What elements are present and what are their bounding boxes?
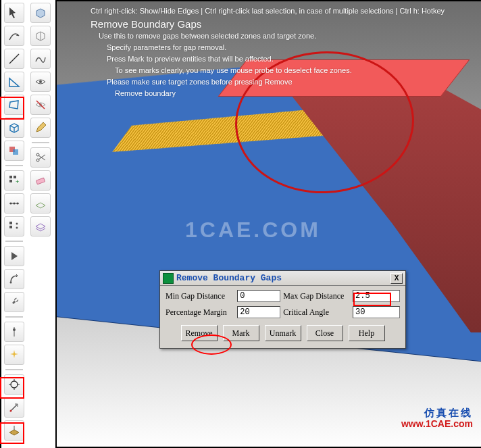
viewport-3d[interactable]: Ctrl right-click: Show/Hide Edges | Ctrl…	[55, 0, 481, 448]
svg-line-27	[36, 101, 45, 109]
tool-pivot[interactable]	[4, 269, 24, 289]
tool-box[interactable]	[4, 118, 24, 138]
tool-grid-add[interactable]: +	[4, 170, 24, 191]
svg-point-15	[10, 282, 12, 284]
dialog-close-button[interactable]: X	[390, 273, 403, 284]
help-line: Specify parameters for gap removal.	[91, 42, 445, 53]
tool-path-icon[interactable]	[30, 49, 51, 69]
svg-rect-3	[9, 176, 12, 178]
min-gap-input[interactable]	[237, 290, 280, 302]
tool-eye-icon[interactable]	[30, 72, 51, 92]
tool-wrench[interactable]	[4, 292, 24, 312]
tool-layer-icon[interactable]	[30, 216, 51, 237]
toolbar-separator	[5, 369, 23, 370]
svg-point-17	[13, 328, 16, 331]
tool-arrow-dot[interactable]	[4, 397, 24, 418]
help-button[interactable]: Help	[349, 325, 385, 341]
tool-line[interactable]	[4, 49, 24, 69]
dialog-titlebar[interactable]: Remove Boundary Gaps X	[160, 271, 405, 286]
close-button[interactable]: Close	[307, 325, 343, 341]
tool-triangle[interactable]	[4, 72, 24, 92]
percent-input[interactable]	[237, 306, 280, 318]
help-line: To see marks clearly, you may use mouse …	[91, 65, 445, 76]
svg-point-13	[16, 223, 18, 225]
svg-rect-2	[13, 149, 18, 155]
remove-button[interactable]: Remove	[181, 325, 218, 341]
svg-line-31	[39, 155, 45, 159]
svg-rect-32	[36, 178, 45, 184]
watermark-bottom: 仿真在线 www.1CAE.com	[401, 407, 473, 429]
toolbar-column-1: +	[1, 0, 27, 448]
percent-label: Percentage Margin	[166, 307, 234, 318]
angle-input[interactable]	[353, 306, 400, 318]
svg-point-25	[39, 80, 42, 83]
tool-plane-icon[interactable]	[30, 193, 51, 214]
tool-faces[interactable]	[4, 141, 24, 161]
toolbar-separator	[32, 142, 49, 143]
hint-line: Ctrl right-click: Show/Hide Edges | Ctrl…	[91, 5, 445, 17]
svg-line-30	[39, 155, 45, 160]
tool-pencil-icon[interactable]	[30, 118, 51, 138]
toolbar-separator	[5, 241, 23, 242]
viewport-help-text: Ctrl right-click: Show/Hide Edges | Ctrl…	[91, 5, 445, 99]
help-line: Remove boundary	[91, 88, 445, 99]
angle-label: Critical Angle	[283, 307, 350, 318]
tool-play[interactable]	[4, 246, 24, 266]
watermark: 1CAE.COM	[185, 218, 321, 243]
watermark-cn: 仿真在线	[401, 407, 473, 418]
tool-eye-slash-icon[interactable]	[30, 95, 51, 115]
tool-spark[interactable]	[4, 345, 24, 365]
help-line: Press Mark to preview entities that will…	[91, 53, 445, 65]
dialog-title-text: Remove Boundary Gaps	[176, 273, 282, 283]
tool-curve-arrow[interactable]	[4, 26, 24, 46]
svg-rect-5	[9, 180, 12, 182]
help-title: Remove Boundary Gaps	[91, 18, 445, 30]
tool-target[interactable]	[4, 374, 24, 395]
svg-text:+: +	[16, 178, 19, 185]
svg-point-18	[11, 381, 18, 388]
svg-point-14	[16, 227, 18, 229]
dialog-body: Min Gap Distance Max Gap Distance Percen…	[160, 286, 405, 348]
tool-eraser-icon[interactable]	[30, 170, 51, 191]
tool-probe[interactable]	[4, 322, 24, 342]
svg-rect-11	[9, 222, 12, 224]
help-line: Use this to remove gaps between selected…	[91, 30, 445, 42]
tool-cube-icon[interactable]	[30, 3, 51, 23]
tool-quad[interactable]	[4, 95, 24, 115]
watermark-url: www.1CAE.com	[401, 418, 473, 429]
left-toolbars: +	[0, 0, 55, 448]
help-line: Please make sure target zones before pre…	[91, 76, 445, 88]
toolbar-column-2	[27, 0, 54, 448]
max-gap-input[interactable]	[353, 290, 400, 302]
tool-prism-icon[interactable]	[30, 26, 51, 46]
remove-boundary-gaps-dialog: Remove Boundary Gaps X Min Gap Distance …	[159, 270, 406, 349]
min-gap-label: Min Gap Distance	[166, 291, 234, 301]
toolbar-separator	[5, 165, 23, 166]
dialog-app-icon	[163, 273, 174, 284]
tool-grid-align[interactable]	[4, 216, 24, 237]
svg-line-0	[9, 54, 19, 64]
tool-flatten[interactable]	[4, 420, 24, 441]
max-gap-label: Max Gap Distance	[283, 291, 350, 301]
tool-select[interactable]	[4, 3, 24, 23]
svg-point-23	[10, 410, 12, 412]
svg-rect-12	[9, 226, 12, 228]
unmark-button[interactable]: Unmark	[265, 325, 301, 341]
tool-scissors-icon[interactable]	[30, 147, 51, 168]
tool-align[interactable]	[4, 193, 24, 214]
toolbar-separator	[5, 316, 23, 318]
mark-button[interactable]: Mark	[223, 325, 259, 341]
